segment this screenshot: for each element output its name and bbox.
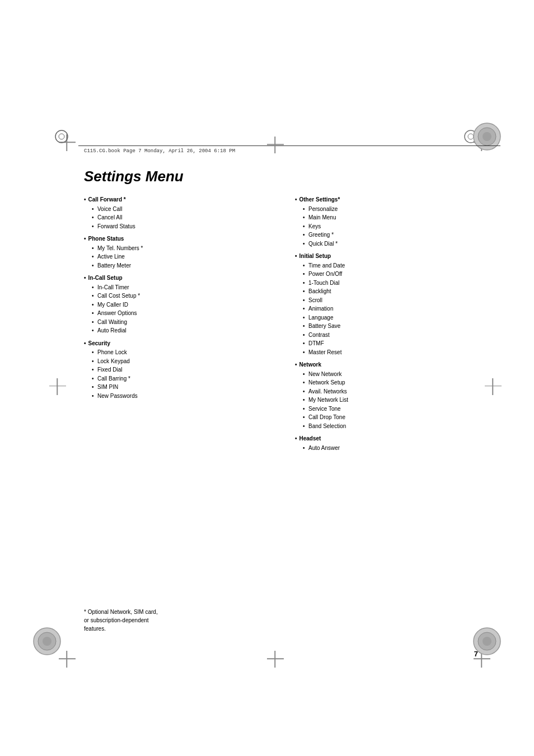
sub-item: •Avail. Networks <box>303 387 489 396</box>
sub-item-text: Scroll <box>308 297 322 303</box>
sub-item-text: 1-Touch Dial <box>308 280 340 286</box>
sub-bullet: • <box>303 287 305 296</box>
sub-bullet: • <box>92 213 94 222</box>
sub-bullet: • <box>303 261 305 270</box>
sub-item-text: Call Cost Setup * <box>97 293 140 299</box>
sub-bullet: • <box>92 365 94 374</box>
sub-item: •SIM PIN <box>92 383 278 392</box>
sub-bullet: • <box>303 304 305 313</box>
sub-bullet: • <box>92 261 94 270</box>
page-container: C115.CG.book Page 7 Monday, April 26, 20… <box>0 0 534 756</box>
footer-note: * Optional Network, SIM card, or subscri… <box>84 608 158 633</box>
sub-bullet: • <box>92 309 94 318</box>
sub-bullet: • <box>303 222 305 231</box>
main-bullet: • <box>295 195 297 204</box>
sub-item-text: My Caller ID <box>97 302 128 308</box>
sub-item: •My Tel. Numbers * <box>92 244 278 253</box>
sub-bullet: • <box>303 422 305 431</box>
sub-item-text: Contrast <box>308 332 330 338</box>
sub-item-text: Main Menu <box>308 214 336 220</box>
menu-section: •In-Call Setup•In-Call Timer•Call Cost S… <box>84 274 278 335</box>
sub-item: •Quick Dial * <box>303 240 489 248</box>
sub-bullet: • <box>92 318 94 327</box>
footer-note-line: or subscription-dependent <box>84 616 158 624</box>
sub-item-text: Animation <box>308 306 333 312</box>
sub-item-text: Keys <box>308 223 321 229</box>
sub-items-list: •Personalize•Main Menu•Keys•Greeting *•Q… <box>295 205 489 248</box>
sub-items-list: •Phone Lock•Lock Keypad•Fixed Dial•Call … <box>84 348 278 400</box>
main-item-label: Initial Setup <box>299 252 331 261</box>
main-item-label: Security <box>88 339 110 348</box>
sub-item: •Call Cost Setup * <box>92 292 278 300</box>
menu-section: •Security•Phone Lock•Lock Keypad•Fixed D… <box>84 339 278 401</box>
sub-item-text: My Network List <box>308 397 348 403</box>
sub-item: •Auto Redial <box>92 326 278 335</box>
header-file-text: C115.CG.book Page 7 Monday, April 26, 20… <box>84 148 235 154</box>
sub-item: •Answer Options <box>92 309 278 318</box>
sub-bullet: • <box>303 313 305 322</box>
sub-item: •Battery Save <box>303 322 489 331</box>
sub-item: •Backlight <box>303 287 489 296</box>
top-left-circle <box>53 128 70 147</box>
svg-point-9 <box>43 637 51 646</box>
sub-item: •In-Call Timer <box>92 283 278 292</box>
sub-item: •Call Drop Tone <box>303 413 489 422</box>
main-content: Settings Menu •Call Forward *•Voice Call… <box>84 168 489 452</box>
sub-item: •Power On/Off <box>303 270 489 279</box>
sub-item-text: Auto Answer <box>308 445 340 451</box>
sub-item-text: Forward Status <box>97 223 135 229</box>
sub-item: •My Network List <box>303 396 489 405</box>
sub-bullet: • <box>303 405 305 414</box>
sub-item-text: Greeting * <box>308 232 334 238</box>
sub-bullet: • <box>92 244 94 253</box>
svg-point-6 <box>483 132 491 141</box>
main-bullet: • <box>84 339 86 348</box>
sub-item: •Fixed Dial <box>92 365 278 374</box>
sub-item: •Personalize <box>303 205 489 214</box>
bottom-right-deco-circle <box>472 627 502 658</box>
sub-bullet: • <box>303 413 305 422</box>
sub-items-list: •In-Call Timer•Call Cost Setup *•My Call… <box>84 283 278 335</box>
sub-bullet: • <box>303 270 305 279</box>
sub-item-text: Band Selection <box>308 423 346 429</box>
sub-item-text: Phone Lock <box>97 349 127 355</box>
sub-item-text: Active Line <box>97 253 125 260</box>
sub-item: •Call Barring * <box>92 374 278 383</box>
sub-item-text: New Network <box>308 371 341 377</box>
sub-item: •Contrast <box>303 331 489 340</box>
sub-item: •Forward Status <box>92 222 278 231</box>
sub-bullet: • <box>303 378 305 387</box>
sub-bullet: • <box>92 348 94 357</box>
sub-item-text: DTMF <box>308 340 324 346</box>
sub-item: •Animation <box>303 304 489 313</box>
sub-bullet: • <box>92 222 94 231</box>
sub-item: •1-Touch Dial <box>303 279 489 288</box>
sub-bullet: • <box>303 331 305 340</box>
sub-item-text: Voice Call <box>97 206 122 212</box>
sub-bullet: • <box>92 292 94 300</box>
main-bullet: • <box>295 252 297 261</box>
bottom-left-deco-circle <box>32 627 62 658</box>
sub-item-text: Battery Save <box>308 323 340 329</box>
sub-bullet: • <box>92 392 94 401</box>
sub-item-text: New Passwords <box>97 393 138 399</box>
sub-item-text: Time and Date <box>308 262 345 269</box>
sub-items-list: •Auto Answer <box>295 444 489 453</box>
sub-bullet: • <box>92 357 94 366</box>
sub-bullet: • <box>92 326 94 335</box>
header-line <box>78 145 500 146</box>
sub-bullet: • <box>303 205 305 214</box>
main-bullet: • <box>84 195 86 204</box>
sub-item: •Keys <box>303 222 489 231</box>
sub-bullet: • <box>303 387 305 396</box>
main-bullet: • <box>84 274 86 283</box>
sub-bullet: • <box>303 370 305 379</box>
sub-item-text: Quick Dial * <box>308 241 338 247</box>
sub-item: •Main Menu <box>303 213 489 222</box>
sub-item: •Service Tone <box>303 405 489 414</box>
sub-item: •Scroll <box>303 296 489 305</box>
sub-bullet: • <box>303 213 305 222</box>
sub-item: •Network Setup <box>303 378 489 387</box>
sub-item: •Auto Answer <box>303 444 489 453</box>
sub-bullet: • <box>303 348 305 357</box>
